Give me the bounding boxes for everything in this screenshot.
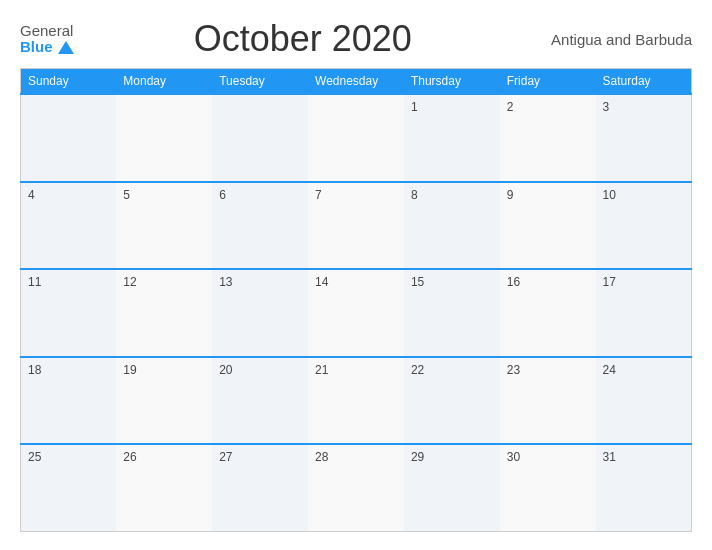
- calendar-day-cell: 16: [500, 269, 596, 357]
- calendar-day-cell: 25: [21, 444, 117, 532]
- calendar-day-cell: 4: [21, 182, 117, 270]
- calendar-day-cell: 24: [596, 357, 692, 445]
- day-number: 25: [28, 450, 41, 464]
- calendar-day-cell: 29: [404, 444, 500, 532]
- calendar-week-row: 18192021222324: [21, 357, 692, 445]
- day-number: 16: [507, 275, 520, 289]
- calendar-day-cell: [308, 94, 404, 182]
- calendar-day-cell: 26: [116, 444, 212, 532]
- day-number: 21: [315, 363, 328, 377]
- calendar-day-cell: 22: [404, 357, 500, 445]
- day-number: 26: [123, 450, 136, 464]
- day-number: 11: [28, 275, 41, 289]
- calendar-day-cell: 27: [212, 444, 308, 532]
- calendar-day-cell: 7: [308, 182, 404, 270]
- day-number: 6: [219, 188, 226, 202]
- header: General Blue October 2020 Antigua and Ba…: [20, 18, 692, 60]
- country-label: Antigua and Barbuda: [532, 31, 692, 48]
- logo: General Blue: [20, 23, 74, 56]
- calendar-day-cell: 19: [116, 357, 212, 445]
- calendar-day-cell: 2: [500, 94, 596, 182]
- calendar-day-cell: 30: [500, 444, 596, 532]
- day-number: 28: [315, 450, 328, 464]
- calendar-day-cell: 18: [21, 357, 117, 445]
- header-thursday: Thursday: [404, 69, 500, 95]
- calendar-day-cell: 20: [212, 357, 308, 445]
- header-sunday: Sunday: [21, 69, 117, 95]
- calendar-week-row: 45678910: [21, 182, 692, 270]
- day-number: 12: [123, 275, 136, 289]
- calendar-day-cell: 10: [596, 182, 692, 270]
- day-number: 23: [507, 363, 520, 377]
- calendar-day-cell: [212, 94, 308, 182]
- day-number: 7: [315, 188, 322, 202]
- day-number: 15: [411, 275, 424, 289]
- day-number: 27: [219, 450, 232, 464]
- calendar-day-cell: 13: [212, 269, 308, 357]
- day-number: 3: [603, 100, 610, 114]
- day-number: 10: [603, 188, 616, 202]
- header-saturday: Saturday: [596, 69, 692, 95]
- day-number: 17: [603, 275, 616, 289]
- calendar-day-cell: 28: [308, 444, 404, 532]
- calendar-day-cell: [116, 94, 212, 182]
- day-number: 31: [603, 450, 616, 464]
- calendar-day-cell: 14: [308, 269, 404, 357]
- day-number: 29: [411, 450, 424, 464]
- calendar-week-row: 123: [21, 94, 692, 182]
- day-header-row: Sunday Monday Tuesday Wednesday Thursday…: [21, 69, 692, 95]
- calendar-day-cell: 15: [404, 269, 500, 357]
- day-number: 19: [123, 363, 136, 377]
- logo-blue-text: Blue: [20, 39, 74, 56]
- calendar-day-cell: 11: [21, 269, 117, 357]
- day-number: 22: [411, 363, 424, 377]
- header-friday: Friday: [500, 69, 596, 95]
- calendar-day-cell: 1: [404, 94, 500, 182]
- day-number: 13: [219, 275, 232, 289]
- logo-general-text: General: [20, 23, 73, 40]
- logo-triangle-icon: [58, 41, 74, 54]
- calendar-week-row: 11121314151617: [21, 269, 692, 357]
- calendar-day-cell: [21, 94, 117, 182]
- calendar-title: October 2020: [74, 18, 532, 60]
- calendar-table: Sunday Monday Tuesday Wednesday Thursday…: [20, 68, 692, 532]
- page: General Blue October 2020 Antigua and Ba…: [0, 0, 712, 550]
- day-number: 24: [603, 363, 616, 377]
- calendar-day-cell: 21: [308, 357, 404, 445]
- calendar-day-cell: 5: [116, 182, 212, 270]
- day-number: 30: [507, 450, 520, 464]
- day-number: 9: [507, 188, 514, 202]
- day-number: 18: [28, 363, 41, 377]
- day-number: 1: [411, 100, 418, 114]
- calendar-day-cell: 17: [596, 269, 692, 357]
- calendar-day-cell: 6: [212, 182, 308, 270]
- calendar-day-cell: 8: [404, 182, 500, 270]
- day-number: 5: [123, 188, 130, 202]
- calendar-day-cell: 9: [500, 182, 596, 270]
- header-wednesday: Wednesday: [308, 69, 404, 95]
- day-number: 14: [315, 275, 328, 289]
- calendar-day-cell: 31: [596, 444, 692, 532]
- day-number: 4: [28, 188, 35, 202]
- calendar-week-row: 25262728293031: [21, 444, 692, 532]
- day-number: 20: [219, 363, 232, 377]
- header-monday: Monday: [116, 69, 212, 95]
- header-tuesday: Tuesday: [212, 69, 308, 95]
- calendar-day-cell: 3: [596, 94, 692, 182]
- day-number: 2: [507, 100, 514, 114]
- calendar-day-cell: 23: [500, 357, 596, 445]
- calendar-day-cell: 12: [116, 269, 212, 357]
- day-number: 8: [411, 188, 418, 202]
